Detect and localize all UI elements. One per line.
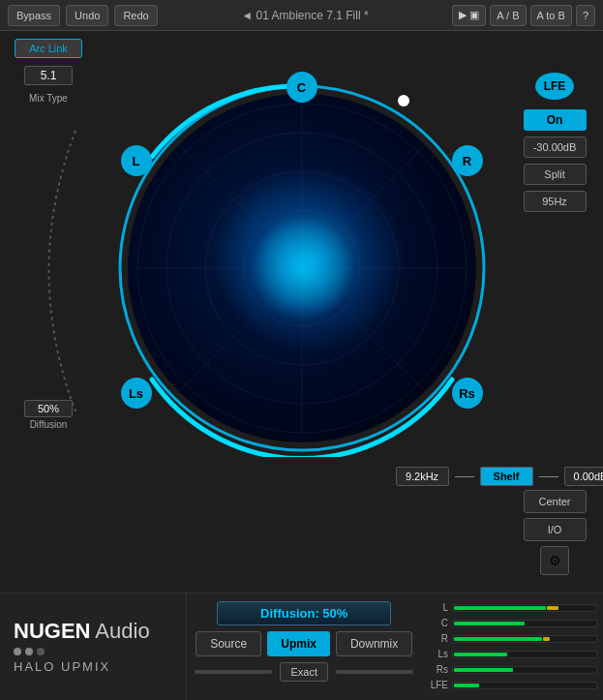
right-bottom-buttons: Center I/O ⚙ [524,490,587,575]
meter-l-fill [454,606,546,610]
brand-name: NUGEN Audio [14,620,172,643]
meter-ls-label: Ls [427,649,448,659]
meter-lfe-fill [454,684,479,687]
meter-c-bar [452,620,597,627]
speaker-l[interactable]: L [121,145,152,176]
meter-r-fill [454,637,542,641]
tape-icon: ▣ [469,9,479,20]
db-button[interactable]: -30.00dB [524,137,587,158]
undo-button[interactable]: Undo [66,5,108,26]
bypass-button[interactable]: Bypass [8,5,60,26]
upmix-button[interactable]: Upmix [267,631,330,656]
meter-ls: Ls [427,648,597,660]
bottom-center: Diffusion: 50% Source Upmix Downmix Exac… [187,593,421,700]
brand-subtitle: HALO UPMIX [14,659,172,674]
meter-ls-bar [452,651,597,658]
brand-dot-1 [14,648,21,655]
meters-area: L C R Ls Rs [421,593,603,700]
meter-lfe: LFE [427,679,597,691]
shelf-type[interactable]: Shelf [480,467,533,486]
speaker-ls[interactable]: Ls [121,378,152,409]
exact-button[interactable]: Exact [280,662,328,682]
center-button[interactable]: Center [524,490,587,513]
meter-l-yellow [547,606,558,610]
meter-c-fill [454,622,525,625]
shelf-line-left [455,476,474,477]
mix-type-input[interactable] [24,66,73,85]
meter-l: L [427,601,597,614]
meter-c-label: C [427,618,448,628]
meter-rs-label: Rs [427,664,448,675]
source-button[interactable]: Source [196,631,261,656]
toolbar-right: ▶ ▣ A / B A to B ? [452,5,595,26]
shelf-controls: 9.2kHz Shelf 0.00dB [396,467,604,486]
diffusion-area: 50% Diffusion [24,400,73,430]
lfe-button[interactable]: LFE [535,73,574,100]
exact-slider-right[interactable] [336,670,413,674]
help-button[interactable]: ? [576,5,595,26]
redo-button[interactable]: Redo [114,5,157,26]
diffusion-display: Diffusion: 50% [217,601,391,625]
meter-ls-fill [454,653,507,656]
brand-area: NUGEN Audio HALO UPMIX [0,593,187,700]
bottom-buttons: Source Upmix Downmix [196,631,412,656]
meter-r-bar [452,635,597,643]
meter-lfe-bar [452,682,597,689]
meter-rs: Rs [427,663,597,676]
visualizer: L R Ls Rs [113,79,491,457]
meter-l-bar [452,604,597,612]
meter-rs-fill [454,668,513,672]
exact-slider-left[interactable] [195,670,272,674]
mix-type-label: Mix Type [29,93,68,104]
inner-glow [250,216,354,320]
meter-r-yellow [543,637,550,641]
diffusion-label: Diffusion [30,419,68,430]
dotted-arc-svg [17,121,80,421]
toolbar: Bypass Undo Redo ◄ 01 Ambience 7.1 Fill … [0,0,603,31]
visualizer-inner [128,94,476,442]
brand-audio: Audio [90,619,149,643]
brand-dot-2 [25,648,33,655]
play-button[interactable]: ▶ ▣ [452,5,486,26]
speaker-r[interactable]: R [452,145,483,176]
brand-dot-3 [37,648,45,655]
ab-button[interactable]: A / B [490,5,526,26]
hz-button[interactable]: 95Hz [524,191,587,212]
shelf-line-right [539,476,558,477]
meter-l-label: L [427,602,448,613]
meter-c: C [427,617,597,629]
main-content: Arc Link Mix Type 50% Diffusion C [0,31,603,593]
gear-button[interactable]: ⚙ [540,546,569,575]
left-panel: Arc Link Mix Type 50% Diffusion [0,31,97,593]
shelf-freq[interactable]: 9.2kHz [396,467,449,486]
speaker-c[interactable]: C [286,72,317,103]
meter-r-label: R [427,633,448,644]
play-icon: ▶ [459,9,467,20]
brand-nugen: NUGEN [14,619,90,643]
exact-row: Exact [195,662,413,682]
center-area: C [97,31,506,593]
io-button[interactable]: I/O [524,518,587,541]
arc-link-button[interactable]: Arc Link [15,39,82,58]
brand-dots [14,648,172,655]
track-title: ◄ 01 Ambience 7.1 Fill * [164,9,447,22]
atob-button[interactable]: A to B [530,5,572,26]
right-panel: LFE On -30.00dB Split 95Hz Center I/O ⚙ [506,31,603,593]
meter-lfe-label: LFE [427,680,448,690]
split-button[interactable]: Split [524,164,587,185]
bottom-section: NUGEN Audio HALO UPMIX Diffusion: 50% So… [0,593,603,700]
speaker-rs[interactable]: Rs [452,378,483,409]
diffusion-value: 50% [24,400,73,417]
on-button[interactable]: On [524,109,587,131]
meter-rs-bar [452,666,597,674]
downmix-button[interactable]: Downmix [336,631,412,656]
shelf-db[interactable]: 0.00dB [564,467,604,486]
gear-icon: ⚙ [549,553,561,568]
meter-r: R [427,632,597,645]
